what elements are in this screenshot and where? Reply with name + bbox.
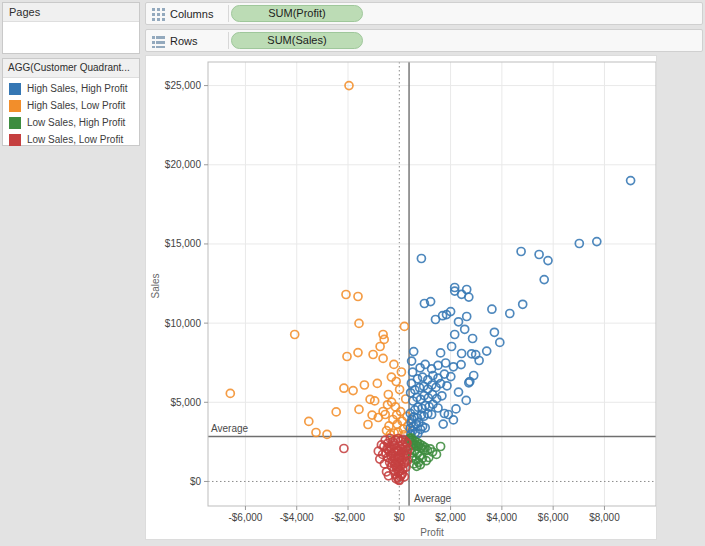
x-tick-label: $2,000: [435, 512, 466, 523]
data-point[interactable]: [462, 396, 470, 404]
x-axis-title: Profit: [420, 527, 444, 538]
data-point[interactable]: [455, 318, 463, 326]
data-point[interactable]: [437, 443, 445, 451]
rows-icon: [152, 34, 165, 47]
data-point[interactable]: [627, 177, 635, 185]
legend-title: AGG(Customer Quadrant...: [3, 59, 139, 78]
pages-shelf[interactable]: Pages: [2, 2, 140, 54]
data-point[interactable]: [332, 408, 340, 416]
data-point[interactable]: [465, 293, 473, 301]
x-tick-label: -$6,000: [228, 512, 262, 523]
series-high-sales-low-profit: [226, 82, 411, 439]
data-point[interactable]: [544, 257, 552, 265]
data-point[interactable]: [397, 368, 405, 376]
data-point[interactable]: [506, 310, 514, 318]
data-point[interactable]: [349, 387, 357, 395]
columns-shelf-label: Columns: [170, 8, 222, 20]
x-tick-label: -$4,000: [280, 512, 314, 523]
series-high-sales-high-profit: [406, 177, 634, 439]
y-tick-label: $15,000: [165, 238, 202, 249]
data-point[interactable]: [410, 348, 418, 356]
data-point[interactable]: [342, 291, 350, 299]
data-point[interactable]: [490, 328, 498, 336]
data-point[interactable]: [463, 313, 471, 321]
data-point[interactable]: [417, 255, 425, 263]
shelf-divider: [228, 5, 229, 22]
data-point[interactable]: [434, 361, 442, 369]
data-point[interactable]: [390, 360, 398, 368]
data-point[interactable]: [312, 429, 320, 437]
rows-shelf-label: Rows: [170, 35, 222, 47]
data-point[interactable]: [364, 421, 372, 429]
rows-pill-sum-sales[interactable]: SUM(Sales): [231, 32, 363, 49]
legend-swatch: [9, 134, 21, 146]
columns-shelf[interactable]: Columns SUM(Profit): [145, 2, 703, 25]
legend-item-label: Low Sales, Low Profit: [27, 134, 123, 145]
y-tick-label: $5,000: [170, 397, 201, 408]
data-point[interactable]: [323, 430, 331, 438]
data-point[interactable]: [517, 248, 525, 256]
pages-title: Pages: [3, 3, 139, 22]
data-point[interactable]: [461, 325, 469, 333]
data-point[interactable]: [451, 331, 459, 339]
data-point[interactable]: [469, 335, 477, 343]
legend-swatch: [9, 100, 21, 112]
data-point[interactable]: [488, 305, 496, 313]
data-point[interactable]: [496, 338, 504, 346]
data-point[interactable]: [380, 460, 388, 468]
data-point[interactable]: [369, 351, 377, 359]
legend-item[interactable]: Low Sales, High Profit: [3, 114, 139, 131]
x-tick-label: $6,000: [538, 512, 569, 523]
data-point[interactable]: [373, 379, 381, 387]
data-point[interactable]: [439, 420, 447, 428]
x-tick-label: $8,000: [589, 512, 620, 523]
data-point[interactable]: [340, 384, 348, 392]
data-point[interactable]: [360, 381, 368, 389]
legend-item-label: High Sales, Low Profit: [27, 100, 125, 111]
y-tick-label: $25,000: [165, 80, 202, 91]
data-point[interactable]: [226, 389, 234, 397]
data-point[interactable]: [340, 445, 348, 453]
legend-item-label: Low Sales, High Profit: [27, 117, 125, 128]
legend-swatch: [9, 83, 21, 95]
data-point[interactable]: [535, 251, 543, 259]
data-point[interactable]: [376, 343, 384, 351]
data-point[interactable]: [519, 300, 527, 308]
data-point[interactable]: [355, 405, 363, 413]
data-point[interactable]: [291, 331, 299, 339]
data-point[interactable]: [540, 276, 548, 284]
shelf-divider: [228, 32, 229, 49]
legend-item[interactable]: High Sales, High Profit: [3, 80, 139, 97]
data-point[interactable]: [452, 405, 460, 413]
data-point[interactable]: [437, 349, 445, 357]
legend-item[interactable]: Low Sales, Low Profit: [3, 131, 139, 148]
data-point[interactable]: [432, 316, 440, 324]
data-point[interactable]: [379, 331, 387, 339]
data-point[interactable]: [457, 361, 465, 369]
x-tick-label: $4,000: [487, 512, 518, 523]
data-point[interactable]: [379, 354, 387, 362]
y-tick-label: $10,000: [165, 318, 202, 329]
scatter-plot[interactable]: AverageAverage-$6,000-$4,000-$2,000$0$2,…: [146, 56, 656, 539]
data-point[interactable]: [455, 388, 463, 396]
columns-icon: [152, 7, 165, 20]
rows-shelf[interactable]: Rows SUM(Sales): [145, 29, 703, 52]
legend-item[interactable]: High Sales, Low Profit: [3, 97, 139, 114]
average-label-y: Average: [211, 423, 249, 434]
data-point[interactable]: [463, 286, 471, 294]
legend-items: High Sales, High Profit High Sales, Low …: [3, 78, 139, 148]
data-point[interactable]: [354, 293, 362, 301]
x-tick-label: $0: [394, 512, 406, 523]
average-label-x: Average: [414, 493, 452, 504]
y-tick-label: $20,000: [165, 159, 202, 170]
data-point[interactable]: [442, 359, 450, 367]
data-point[interactable]: [354, 349, 362, 357]
data-point[interactable]: [305, 417, 313, 425]
data-point[interactable]: [448, 343, 456, 351]
data-point[interactable]: [343, 353, 351, 361]
y-tick-label: $0: [190, 476, 202, 487]
data-point[interactable]: [458, 350, 466, 358]
columns-pill-sum-profit[interactable]: SUM(Profit): [231, 5, 363, 22]
data-point[interactable]: [483, 347, 491, 355]
data-point[interactable]: [409, 368, 417, 376]
